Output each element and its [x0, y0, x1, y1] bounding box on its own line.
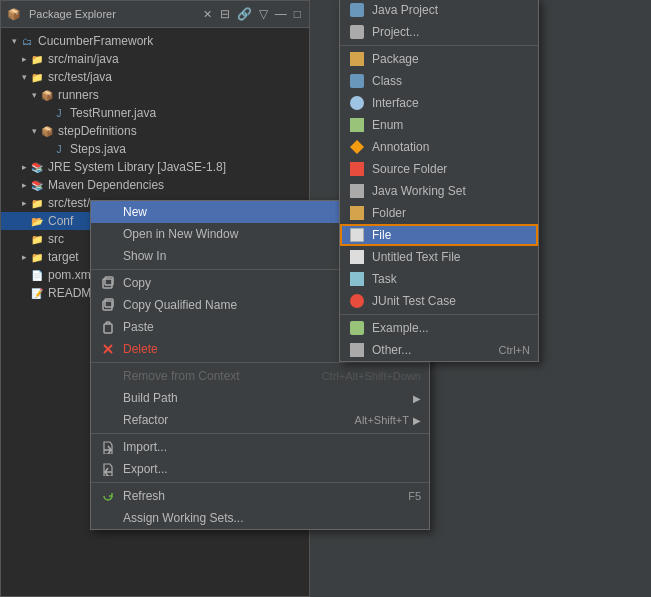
submenu-item-folder[interactable]: Folder	[340, 202, 538, 224]
new-submenu: Java Project Project... Package Class In…	[339, 0, 539, 362]
submenu-separator	[340, 314, 538, 315]
tree-item-runners[interactable]: ▾ 📦 runners	[1, 86, 309, 104]
tree-item-root[interactable]: ▾ 🗂 CucumberFramework	[1, 32, 309, 50]
expand-arrow: ▸	[19, 252, 29, 262]
submenu-label: Enum	[372, 118, 530, 132]
submenu-item-junit[interactable]: JUnit Test Case	[340, 290, 538, 312]
submenu-arrow-icon: ▶	[413, 393, 421, 404]
tree-label: Maven Dependencies	[48, 178, 164, 192]
minimize-icon[interactable]: —	[273, 6, 289, 22]
tree-item-maven[interactable]: ▸ 📚 Maven Dependencies	[1, 176, 309, 194]
tree-item-src-main[interactable]: ▸ 📁 src/main/java	[1, 50, 309, 68]
submenu-label: Folder	[372, 206, 530, 220]
submenu-label: File	[372, 228, 530, 242]
submenu-label: Package	[372, 52, 530, 66]
import-icon	[99, 438, 117, 456]
menu-item-import[interactable]: Import...	[91, 436, 429, 458]
paste-icon	[99, 318, 117, 336]
tree-item-jre[interactable]: ▸ 📚 JRE System Library [JavaSE-1.8]	[1, 158, 309, 176]
tree-item-steps[interactable]: J Steps.java	[1, 140, 309, 158]
shortcut-label: Alt+Shift+T	[355, 414, 409, 426]
menu-item-label: Copy	[123, 276, 370, 290]
menu-item-remove-context[interactable]: Remove from Context Ctrl+Alt+Shift+Down	[91, 365, 429, 387]
submenu-label: Interface	[372, 96, 530, 110]
submenu-item-task[interactable]: Task	[340, 268, 538, 290]
submenu-item-enum[interactable]: Enum	[340, 114, 538, 136]
java-project-icon	[348, 1, 366, 19]
tree-label: CucumberFramework	[38, 34, 153, 48]
submenu-item-annotation[interactable]: Annotation	[340, 136, 538, 158]
submenu-item-other[interactable]: Other... Ctrl+N	[340, 339, 538, 361]
expand-arrow: ▾	[19, 72, 29, 82]
java-file-icon: J	[51, 141, 67, 157]
tree-label: src/main/java	[48, 52, 119, 66]
link-with-editor-icon[interactable]: 🔗	[235, 6, 254, 22]
menu-item-refactor[interactable]: Refactor Alt+Shift+T ▶	[91, 409, 429, 431]
submenu-label: JUnit Test Case	[372, 294, 530, 308]
submenu-item-project[interactable]: Project...	[340, 21, 538, 43]
refresh-icon	[99, 487, 117, 505]
tree-label: JRE System Library [JavaSE-1.8]	[48, 160, 226, 174]
expand-arrow: ▾	[9, 36, 19, 46]
submenu-label: Example...	[372, 321, 530, 335]
panel-title: Package Explorer	[29, 8, 197, 20]
menu-item-build-path[interactable]: Build Path ▶	[91, 387, 429, 409]
submenu-item-example[interactable]: Example...	[340, 317, 538, 339]
class-icon	[348, 72, 366, 90]
submenu-item-package[interactable]: Package	[340, 48, 538, 70]
submenu-item-interface[interactable]: Interface	[340, 92, 538, 114]
submenu-item-file[interactable]: File	[340, 224, 538, 246]
submenu-item-class[interactable]: Class	[340, 70, 538, 92]
menu-item-assign-sets[interactable]: Assign Working Sets...	[91, 507, 429, 529]
maximize-icon[interactable]: □	[292, 6, 303, 22]
tree-label: TestRunner.java	[70, 106, 156, 120]
submenu-item-untitled-text[interactable]: Untitled Text File	[340, 246, 538, 268]
export-icon	[99, 460, 117, 478]
assign-sets-icon	[99, 509, 117, 527]
shortcut-label: Ctrl+Alt+Shift+Down	[322, 370, 421, 382]
menu-item-label: Refactor	[123, 413, 335, 427]
submenu-item-source-folder[interactable]: Source Folder	[340, 158, 538, 180]
view-menu-icon[interactable]: ▽	[257, 6, 270, 22]
submenu-separator	[340, 45, 538, 46]
submenu-item-java-project[interactable]: Java Project	[340, 0, 538, 21]
collapse-all-icon[interactable]: ⊟	[218, 6, 232, 22]
java-file-icon: J	[51, 105, 67, 121]
jar-icon: 📚	[29, 159, 45, 175]
tree-item-testrunner[interactable]: J TestRunner.java	[1, 104, 309, 122]
tree-label: target	[48, 250, 79, 264]
expand-arrow: ▸	[19, 54, 29, 64]
tree-label: runners	[58, 88, 99, 102]
package-icon: 📦	[39, 123, 55, 139]
project-icon	[348, 23, 366, 41]
remove-context-icon	[99, 367, 117, 385]
submenu-label: Java Working Set	[372, 184, 530, 198]
shortcut-label: F5	[408, 490, 421, 502]
tree-item-stepdefs[interactable]: ▾ 📦 stepDefinitions	[1, 122, 309, 140]
menu-item-label: Delete	[123, 342, 369, 356]
submenu-label: Project...	[372, 25, 530, 39]
submenu-label: Untitled Text File	[372, 250, 530, 264]
menu-item-refresh[interactable]: Refresh F5	[91, 485, 429, 507]
submenu-arrow-icon: ▶	[413, 415, 421, 426]
tree-label: src/test/java	[48, 70, 112, 84]
interface-icon	[348, 94, 366, 112]
other-icon	[348, 341, 366, 359]
tree-label: Conf	[48, 214, 73, 228]
folder-icon: 📁	[29, 231, 45, 247]
close-tab-icon[interactable]: ✕	[203, 8, 212, 21]
src-folder-icon: 📁	[29, 51, 45, 67]
menu-item-label: Import...	[123, 440, 421, 454]
menu-item-export[interactable]: Export...	[91, 458, 429, 480]
tree-label: stepDefinitions	[58, 124, 137, 138]
expand-arrow: ▾	[29, 90, 39, 100]
tree-item-src-test[interactable]: ▾ 📁 src/test/java	[1, 68, 309, 86]
md-icon: 📝	[29, 285, 45, 301]
submenu-item-java-working-set[interactable]: Java Working Set	[340, 180, 538, 202]
refactor-icon	[99, 411, 117, 429]
header-toolbar: ⊟ 🔗 ▽ — □	[218, 6, 303, 22]
junit-icon	[348, 292, 366, 310]
menu-item-label: Assign Working Sets...	[123, 511, 421, 525]
package-icon: 📦	[39, 87, 55, 103]
shortcut-label: Ctrl+N	[499, 344, 530, 356]
